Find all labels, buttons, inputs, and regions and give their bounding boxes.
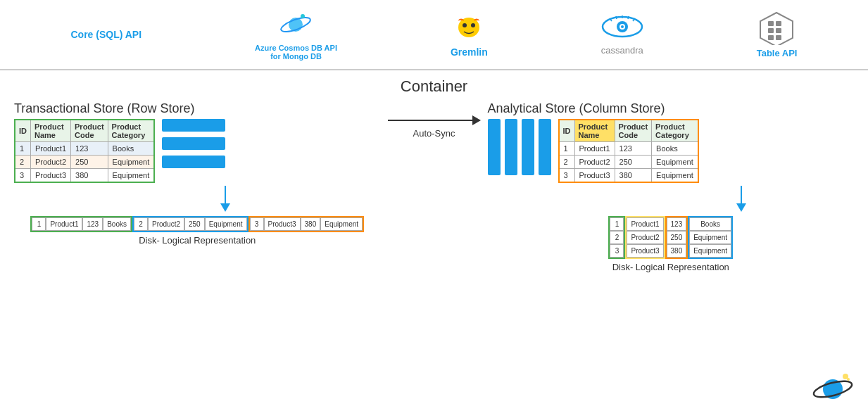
disk-group-1: 1 Product1 123 Books xyxy=(30,216,132,232)
table-row: 2 Product2 250 Equipment xyxy=(15,156,154,169)
cell-name: Product3 xyxy=(31,169,71,183)
cell-id: 2 xyxy=(15,156,31,169)
table-row: 1 Product1 123 Books xyxy=(559,142,698,156)
svg-point-25 xyxy=(847,378,850,381)
disk-cell: Books xyxy=(689,217,731,231)
cell-name: Product2 xyxy=(574,156,615,169)
disk-cell: Product3 xyxy=(627,244,663,258)
v-bar-4 xyxy=(539,119,551,175)
disk-row-label-right: Disk- Logical Representation xyxy=(612,262,729,272)
disk-cell: Product1 xyxy=(627,217,663,231)
cassandra-label: cassandra xyxy=(601,45,643,56)
nav-gremlin[interactable]: Gremlin xyxy=(451,12,488,58)
nav-table[interactable]: Table API xyxy=(757,11,798,58)
nav-cosmos-mongo[interactable]: Azure Cosmos DB APIfor Mongo DB xyxy=(255,9,337,61)
vertical-bars xyxy=(488,119,551,175)
table-api-label: Table API xyxy=(757,48,798,58)
col-header-name: ProductName xyxy=(574,120,615,142)
auto-sync-label: Auto-Sync xyxy=(413,128,455,139)
disk-row-store: 1 Product1 123 Books 2 Product2 250 Equi… xyxy=(14,216,381,246)
h-bar-1 xyxy=(162,119,225,132)
transactional-title: Transactional Store (Row Store) xyxy=(14,101,381,116)
h-bar-3 xyxy=(162,156,225,168)
col-header-cat: ProductCategory xyxy=(652,120,698,142)
disk-col-cat: Books Equipment Equipment xyxy=(688,216,733,259)
disk-cells-col: 1 2 3 Product1 Product2 Product3 123 250 xyxy=(608,216,733,259)
v-bar-2 xyxy=(505,119,517,175)
disk-cell: 2 xyxy=(610,231,624,244)
disk-cell: 380 xyxy=(667,244,687,258)
cell-name: Product2 xyxy=(31,156,71,169)
core-sql-label: Core (SQL) API xyxy=(70,29,141,40)
svg-line-13 xyxy=(628,16,629,19)
nav-cassandra[interactable]: cassandra xyxy=(601,14,643,56)
svg-point-4 xyxy=(463,23,467,27)
cell-cat: Equipment xyxy=(652,169,698,183)
cell-id: 3 xyxy=(559,169,575,183)
cell-name: Product3 xyxy=(574,169,615,183)
stores-layout: Transactional Store (Row Store) ID Produ… xyxy=(14,101,854,272)
top-navigation: Core (SQL) API Azure Cosmos DB APIfor Mo… xyxy=(0,0,868,70)
disk-col-id: 1 2 3 xyxy=(608,216,625,259)
h-bar-2 xyxy=(162,137,225,150)
disk-cells-row: 1 Product1 123 Books 2 Product2 250 Equi… xyxy=(30,216,364,232)
down-arrow-right xyxy=(736,186,746,212)
disk-cell: 1 xyxy=(32,217,46,231)
svg-rect-19 xyxy=(776,28,781,33)
svg-rect-21 xyxy=(776,35,781,40)
cell-code: 250 xyxy=(71,156,108,169)
disk-cell: Equipment xyxy=(689,244,731,258)
disk-col-name: Product1 Product2 Product3 xyxy=(625,216,665,259)
col-header-id: ID xyxy=(559,120,575,142)
cell-id: 1 xyxy=(15,142,31,156)
col-header-name: ProductName xyxy=(31,120,71,142)
planet-icon xyxy=(812,369,854,408)
gremlin-icon xyxy=(451,12,486,44)
disk-cell: 250 xyxy=(184,217,205,231)
disk-cell: 123 xyxy=(667,217,687,231)
cell-cat: Equipment xyxy=(108,156,154,169)
analytical-store-inner: ID ProductName ProductCode ProductCatego… xyxy=(488,119,855,183)
cell-code: 380 xyxy=(71,169,108,183)
cell-id: 1 xyxy=(559,142,575,156)
col-header-code: ProductCode xyxy=(71,120,108,142)
disk-cell: 250 xyxy=(667,231,687,244)
cosmos-mongo-icon xyxy=(278,9,313,41)
cell-cat: Books xyxy=(652,142,698,156)
disk-cell: Equipment xyxy=(320,217,363,231)
auto-sync-section: Auto-Sync xyxy=(384,115,484,139)
col-header-code: ProductCode xyxy=(615,120,652,142)
disk-row-label-left: Disk- Logical Representation xyxy=(139,235,256,246)
cell-code: 123 xyxy=(71,142,108,156)
svg-rect-20 xyxy=(768,35,774,40)
col-header-id: ID xyxy=(15,120,31,142)
disk-cell: Books xyxy=(103,217,131,231)
arrow-head xyxy=(472,115,481,125)
cell-cat: Equipment xyxy=(652,156,698,169)
table-api-icon xyxy=(757,11,796,45)
disk-cell: 380 xyxy=(301,217,321,231)
row-store-table: ID ProductName ProductCode ProductCatego… xyxy=(14,119,155,183)
container-title: Container xyxy=(14,77,854,96)
v-bar-3 xyxy=(522,119,534,175)
cell-code: 123 xyxy=(615,142,652,156)
col-store-table: ID ProductName ProductCode ProductCatego… xyxy=(558,119,699,183)
down-arrow-left xyxy=(220,186,230,212)
svg-rect-16 xyxy=(768,21,774,26)
analytical-store: Analytical Store (Column Store) ID Produ… xyxy=(488,101,855,272)
disk-cell: Equipment xyxy=(205,217,247,231)
disk-group-3: 3 Product3 380 Equipment xyxy=(249,216,365,232)
nav-core-sql[interactable]: Core (SQL) API xyxy=(70,29,141,40)
cell-name: Product1 xyxy=(574,142,615,156)
col-header-category: ProductCategory xyxy=(108,120,154,142)
disk-cell: 3 xyxy=(250,217,264,231)
disk-cell: 3 xyxy=(610,244,624,258)
svg-rect-18 xyxy=(768,28,774,33)
horizontal-bars xyxy=(162,119,225,168)
transactional-store: Transactional Store (Row Store) ID Produ… xyxy=(14,101,381,246)
table-row: 2 Product2 250 Equipment xyxy=(559,156,698,169)
arrow-line xyxy=(388,120,472,121)
disk-col-store: 1 2 3 Product1 Product2 Product3 123 250 xyxy=(488,216,855,272)
auto-sync-arrow xyxy=(388,115,481,125)
gremlin-label: Gremlin xyxy=(451,46,488,58)
